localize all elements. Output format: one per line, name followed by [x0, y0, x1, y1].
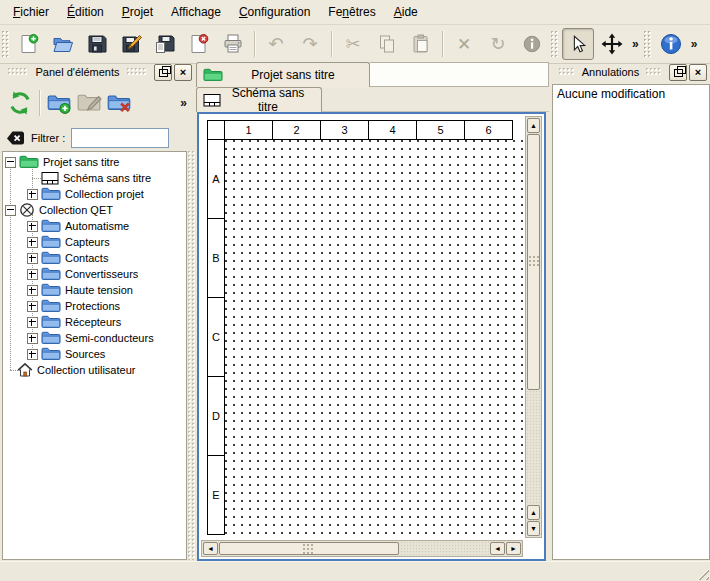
new-document-button[interactable]: [13, 28, 45, 60]
open-document-button[interactable]: [47, 28, 79, 60]
scroll-left-button[interactable]: ◄: [490, 542, 505, 555]
toolbar-overflow-button[interactable]: »: [629, 37, 642, 51]
about-qet-button[interactable]: [655, 28, 687, 60]
new-category-button[interactable]: [44, 88, 74, 118]
tree-item-collection-projet[interactable]: Collection projet: [3, 186, 186, 202]
close-panel-button[interactable]: ×: [174, 64, 192, 81]
expand-expander[interactable]: [27, 189, 38, 200]
menu-aide[interactable]: Aide: [385, 1, 427, 23]
scroll-up-button[interactable]: ▲: [527, 505, 540, 520]
close-file-button[interactable]: [183, 28, 215, 60]
tree-item-sources[interactable]: Sources: [3, 346, 186, 362]
menu-fichier[interactable]: Fichier: [4, 1, 58, 23]
save-as-button[interactable]: [115, 28, 147, 60]
expand-expander[interactable]: [27, 333, 38, 344]
elements-panel-titlebar[interactable]: Panel d'éléments ×: [0, 62, 195, 82]
expand-expander[interactable]: [27, 237, 38, 248]
menu-affichage[interactable]: Affichage: [162, 1, 230, 23]
tree-item-protections[interactable]: Protections: [3, 298, 186, 314]
collapse-expander[interactable]: [5, 205, 16, 216]
tab-projet-sans-titre[interactable]: Projet sans titre: [196, 62, 370, 87]
undo-button[interactable]: ↶: [260, 28, 292, 60]
toolbar-separator: [331, 31, 332, 57]
filter-input[interactable]: [71, 128, 169, 148]
expand-expander[interactable]: [27, 269, 38, 280]
paste-button[interactable]: [405, 28, 437, 60]
tree-item-collection-qet[interactable]: Collection QET: [3, 202, 186, 218]
panel-resize-handle[interactable]: [188, 151, 195, 560]
delete-category-button[interactable]: [104, 88, 134, 118]
column-header: 1: [224, 120, 273, 140]
scroll-left-button[interactable]: ◄: [203, 542, 218, 555]
reload-collections-button[interactable]: [5, 88, 35, 118]
reload-icon: [7, 90, 33, 116]
arrow-down-icon: ▼: [530, 525, 537, 532]
move-tool-button[interactable]: [596, 28, 628, 60]
expand-expander[interactable]: [27, 349, 38, 360]
collapse-expander[interactable]: [5, 157, 16, 168]
close-panel-button[interactable]: ×: [689, 64, 707, 81]
expand-expander[interactable]: [27, 221, 38, 232]
delete-button[interactable]: ✕: [448, 28, 480, 60]
undo-list-item[interactable]: Aucune modification: [553, 85, 709, 103]
save-button[interactable]: [81, 28, 113, 60]
horizontal-scrollbar[interactable]: ◄ ◄ ►: [201, 540, 523, 557]
toolbar-handle[interactable]: [2, 31, 9, 57]
scroll-down-button[interactable]: ▼: [527, 521, 540, 536]
tree-item-haute-tension[interactable]: Haute tension: [3, 282, 186, 298]
menu-configuration[interactable]: Configuration: [230, 1, 319, 23]
tree-item-recepteurs[interactable]: Récepteurs: [3, 314, 186, 330]
tree-item-projet-sans-titre[interactable]: Projet sans titre: [3, 154, 186, 170]
arrow-left-icon: ◄: [494, 545, 501, 552]
save-all-button[interactable]: [149, 28, 181, 60]
expand-expander[interactable]: [27, 317, 38, 328]
scroll-right-button[interactable]: ►: [506, 542, 521, 555]
restore-icon: [159, 69, 168, 77]
toolbar-handle[interactable]: [551, 31, 558, 57]
tree-item-automatisme[interactable]: Automatisme: [3, 218, 186, 234]
tree-item-contacts[interactable]: Contacts: [3, 250, 186, 266]
menu-edition[interactable]: Édition: [58, 1, 113, 23]
toolbar-overflow-button[interactable]: »: [688, 37, 701, 51]
cut-button[interactable]: ✂: [337, 28, 369, 60]
rotate-button[interactable]: ↻: [482, 28, 514, 60]
scroll-up-button[interactable]: ▲: [527, 118, 540, 133]
toolbar-handle[interactable]: [644, 31, 651, 57]
menu-projet[interactable]: Projet: [113, 1, 162, 23]
column-header: 4: [368, 120, 417, 140]
vertical-scrollbar-thumb[interactable]: [527, 134, 540, 390]
menu-fenetres[interactable]: Fenêtres: [319, 1, 384, 23]
float-panel-button[interactable]: [154, 64, 172, 81]
clear-filter-icon[interactable]: [6, 130, 25, 147]
element-info-button[interactable]: [516, 28, 548, 60]
panel-toolbar-overflow-button[interactable]: »: [177, 96, 190, 110]
vertical-scrollbar[interactable]: ▲ ▲ ▼: [525, 116, 542, 538]
elements-tree[interactable]: Projet sans titre Schéma sans titre Coll…: [2, 151, 187, 560]
copy-button[interactable]: [371, 28, 403, 60]
edit-category-button[interactable]: [74, 88, 104, 118]
expand-expander[interactable]: [27, 253, 38, 264]
save-as-icon: [120, 33, 142, 55]
tab-schema-sans-titre[interactable]: Schéma sans titre: [196, 87, 322, 112]
window-resize-grip[interactable]: [694, 565, 709, 580]
diagram-sheet[interactable]: 1 2 3 4 5 6 A B C D E: [201, 116, 523, 538]
tree-item-capteurs[interactable]: Capteurs: [3, 234, 186, 250]
tree-item-schema-sans-titre[interactable]: Schéma sans titre: [3, 170, 186, 186]
expand-expander[interactable]: [27, 285, 38, 296]
select-tool-button[interactable]: [562, 28, 594, 60]
expand-expander[interactable]: [27, 301, 38, 312]
new-document-icon: [18, 33, 40, 55]
float-panel-button[interactable]: [669, 64, 687, 81]
undo-history-list[interactable]: Aucune modification: [552, 84, 710, 560]
tree-item-semi-conducteurs[interactable]: Semi-conducteurs: [3, 330, 186, 346]
tree-item-collection-utilisateur[interactable]: Collection utilisateur: [3, 362, 186, 378]
horizontal-scrollbar-thumb[interactable]: [219, 542, 399, 555]
print-button[interactable]: [217, 28, 249, 60]
undo-panel-titlebar[interactable]: Annulations ×: [551, 62, 710, 82]
tree-item-convertisseurs[interactable]: Convertisseurs: [3, 266, 186, 282]
diagram-grid[interactable]: [224, 139, 523, 538]
redo-button[interactable]: ↷: [294, 28, 326, 60]
row-header: D: [207, 376, 225, 456]
row-ruler: A B C D E: [207, 139, 225, 535]
folder-blue-icon: [41, 298, 61, 314]
